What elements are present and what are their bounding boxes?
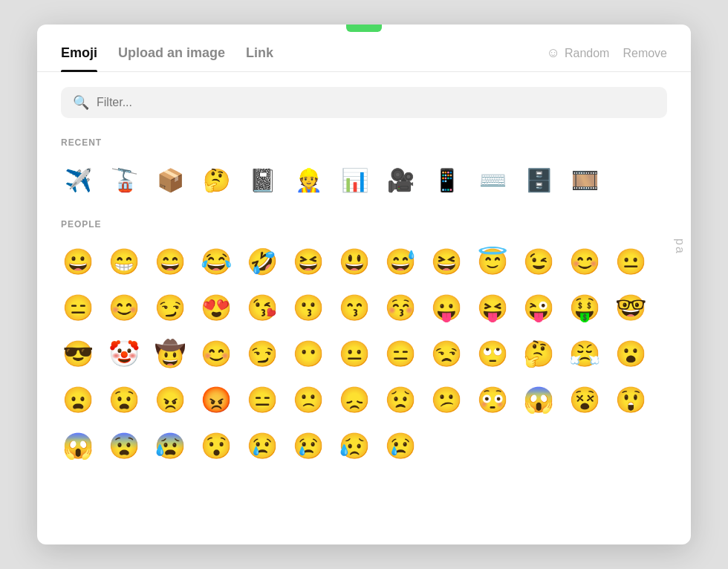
list-item[interactable]: 📓 [239, 157, 285, 203]
list-item[interactable]: 😟 [377, 377, 423, 423]
list-item[interactable]: 📦 [147, 157, 193, 203]
list-item[interactable]: 😆 [285, 238, 331, 284]
list-item[interactable]: 🤑 [562, 284, 608, 331]
search-row: 🔍 [37, 72, 691, 124]
list-item[interactable]: 😑 [377, 331, 423, 377]
list-item[interactable]: 😯 [193, 423, 239, 469]
list-item[interactable]: 😝 [469, 284, 516, 331]
remove-action[interactable]: Remove [623, 47, 667, 71]
list-item[interactable]: 🤡 [101, 331, 147, 377]
list-item[interactable]: 📱 [423, 157, 469, 203]
list-item[interactable]: 🤔 [516, 331, 562, 377]
list-item[interactable]: 😃 [331, 238, 377, 284]
list-item[interactable]: 🤣 [239, 238, 285, 284]
list-item[interactable]: 😉 [516, 238, 562, 284]
list-item[interactable]: 😤 [562, 331, 608, 377]
tab-upload-image[interactable]: Upload an image [118, 45, 225, 71]
recent-grid: ✈️ 🚡 📦 🤔 📓 👷 📊 🎥 📱 ⌨️ 🗄️ 🎞️ [37, 154, 691, 206]
list-item[interactable]: 😗 [285, 284, 331, 331]
list-item[interactable]: 👷 [285, 157, 331, 203]
random-icon: ☺ [547, 45, 560, 61]
list-item[interactable]: 🤠 [147, 331, 193, 377]
list-item[interactable]: 😄 [147, 238, 193, 284]
list-item[interactable]: 😊 [101, 284, 147, 331]
list-item[interactable]: 😏 [239, 331, 285, 377]
list-item[interactable]: 😂 [193, 238, 239, 284]
right-edge-label: pa [669, 235, 691, 258]
list-item[interactable]: 😲 [608, 377, 654, 423]
tab-link[interactable]: Link [246, 45, 273, 71]
list-item[interactable]: 🎞️ [562, 157, 608, 203]
list-item[interactable]: 😘 [239, 284, 285, 331]
list-item[interactable]: 😇 [469, 238, 516, 284]
list-item[interactable]: 🤓 [608, 284, 654, 331]
list-item[interactable]: 🚡 [101, 157, 147, 203]
list-item[interactable]: 😨 [101, 423, 147, 469]
list-item[interactable]: 😆 [423, 238, 469, 284]
list-item[interactable]: 😧 [101, 377, 147, 423]
people-grid: 😀 😁 😄 😂 🤣 😆 😃 😅 😆 😇 😉 😊 😐 😑 😊 😏 😍 😘 😗 😙 … [37, 235, 691, 472]
list-item[interactable]: 😚 [377, 284, 423, 331]
list-item[interactable]: 😢 [285, 423, 331, 469]
list-item[interactable]: 😦 [55, 377, 101, 423]
list-item[interactable]: ⌨️ [469, 157, 516, 203]
list-item[interactable]: 😑 [55, 284, 101, 331]
list-item[interactable]: 😁 [101, 238, 147, 284]
list-item[interactable]: 😙 [331, 284, 377, 331]
list-item[interactable]: 😍 [193, 284, 239, 331]
list-item[interactable]: 😠 [147, 377, 193, 423]
recent-section-label: RECENT [37, 124, 691, 154]
list-item[interactable]: 😅 [377, 238, 423, 284]
list-item[interactable]: 😐 [331, 331, 377, 377]
list-item[interactable]: 😢 [239, 423, 285, 469]
list-item[interactable]: 😱 [55, 423, 101, 469]
list-item[interactable]: 😱 [516, 377, 562, 423]
list-item[interactable]: 😜 [516, 284, 562, 331]
scroll-area[interactable]: 🔍 RECENT ✈️ 🚡 📦 🤔 📓 👷 📊 🎥 📱 ⌨️ 🗄️ 🎞️ PEO… [37, 72, 691, 503]
list-item[interactable]: 😊 [193, 331, 239, 377]
people-section-label: PEOPLE [37, 206, 691, 235]
list-item[interactable]: 🗄️ [516, 157, 562, 203]
list-item[interactable]: 😑 [239, 377, 285, 423]
tab-emoji[interactable]: Emoji [61, 45, 97, 71]
list-item[interactable]: 😶 [285, 331, 331, 377]
list-item[interactable]: 😰 [147, 423, 193, 469]
search-icon: 🔍 [73, 94, 89, 111]
list-item[interactable]: 😞 [331, 377, 377, 423]
list-item[interactable]: 😵 [562, 377, 608, 423]
list-item[interactable]: 😕 [423, 377, 469, 423]
list-item[interactable]: 😒 [423, 331, 469, 377]
list-item[interactable]: 🎥 [377, 157, 423, 203]
list-item[interactable]: 😡 [193, 377, 239, 423]
list-item[interactable]: 😛 [423, 284, 469, 331]
list-item[interactable]: 😮 [608, 331, 654, 377]
list-item[interactable]: ✈️ [55, 157, 101, 203]
list-item[interactable]: 😐 [608, 238, 654, 284]
list-item[interactable]: 😳 [469, 377, 516, 423]
list-item[interactable]: 🙁 [285, 377, 331, 423]
tabs-row: Emoji Upload an image Link ☺ Random Remo… [37, 25, 691, 72]
list-item[interactable]: 😎 [55, 331, 101, 377]
emoji-picker-panel: Emoji Upload an image Link ☺ Random Remo… [37, 25, 691, 544]
list-item[interactable]: 📊 [331, 157, 377, 203]
search-input[interactable] [97, 96, 655, 109]
list-item[interactable]: 😏 [147, 284, 193, 331]
list-item[interactable]: 😥 [331, 423, 377, 469]
list-item[interactable]: 😊 [562, 238, 608, 284]
list-item[interactable]: 😀 [55, 238, 101, 284]
list-item[interactable]: 😢 [377, 423, 423, 469]
list-item[interactable]: 🤔 [193, 157, 239, 203]
search-box: 🔍 [61, 87, 667, 118]
random-action[interactable]: ☺ Random [547, 45, 610, 71]
list-item[interactable]: 🙄 [469, 331, 516, 377]
